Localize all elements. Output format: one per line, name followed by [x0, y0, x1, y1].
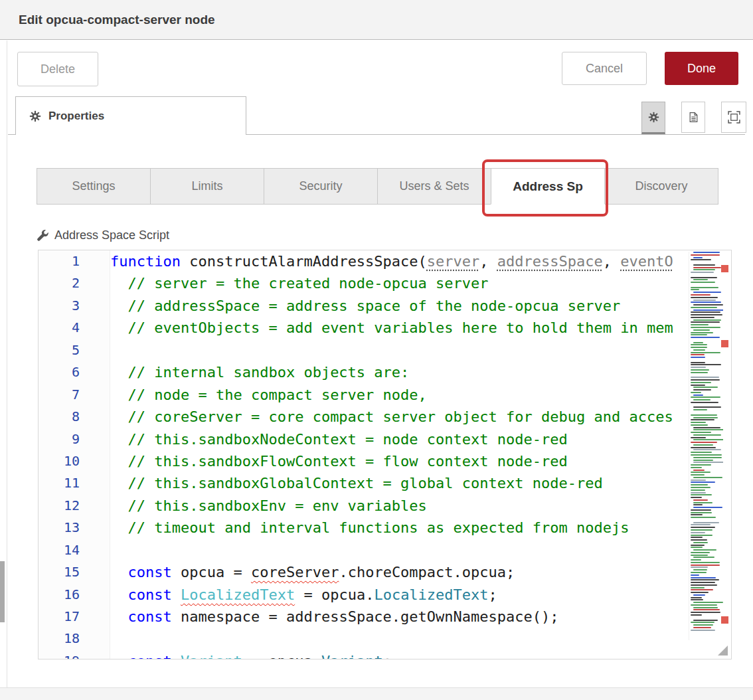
editor-code[interactable]: function constructAlarmAddressSpace(serv…: [110, 250, 689, 659]
line-number: 8: [39, 406, 110, 428]
done-button[interactable]: Done: [665, 52, 738, 85]
cancel-button[interactable]: Cancel: [562, 52, 647, 85]
line-number: 10: [39, 450, 110, 472]
line-number: 7: [39, 384, 110, 406]
minimap-row: [693, 449, 721, 450]
minimap-row: [691, 572, 707, 573]
minimap-row: [691, 424, 708, 426]
code-line[interactable]: [110, 539, 689, 561]
editor-minimap[interactable]: [689, 252, 723, 640]
line-number: 1: [39, 250, 110, 272]
code-line[interactable]: const LocalizedText = opcua.LocalizedTex…: [110, 584, 689, 606]
line-number: 4: [39, 317, 110, 339]
tab-label: Settings: [72, 179, 115, 193]
minimap-row: [691, 334, 707, 335]
editor-resize-grip[interactable]: [718, 646, 728, 656]
minimap-row: [691, 377, 719, 378]
minimap-row: [693, 304, 723, 306]
line-number: 18: [39, 628, 110, 650]
description-button[interactable]: [681, 102, 705, 133]
gear-icon: [29, 110, 41, 122]
minimap-row: [691, 419, 714, 420]
minimap-row: [693, 292, 721, 293]
code-line[interactable]: const opcua = coreServer.choreCompact.op…: [110, 561, 689, 583]
dialog-titlebar: Edit opcua-compact-server node: [0, 0, 753, 40]
code-line[interactable]: // this.sandboxFlowContext = flow contex…: [110, 450, 689, 472]
code-line[interactable]: // coreServer = core compact server obje…: [110, 406, 689, 428]
code-line[interactable]: // this.sandboxNodeContext = node contex…: [110, 428, 689, 450]
tab-bar: SettingsLimitsSecurityUsers & SetsAddres…: [37, 168, 718, 205]
edit-node-dialog: Edit opcua-compact-server node Delete Ca…: [0, 0, 753, 700]
minimap-row: [691, 597, 702, 598]
minimap-row: [693, 594, 705, 596]
code-line[interactable]: // timeout and interval functions as exp…: [110, 517, 689, 539]
code-line[interactable]: // this.sandboxEnv = env variables: [110, 495, 689, 517]
minimap-row: [693, 409, 707, 410]
wrench-icon: [37, 229, 49, 242]
appearance-button[interactable]: [721, 102, 746, 133]
minimap-row: [693, 470, 705, 471]
minimap-row: [693, 269, 715, 270]
minimap-row: [693, 427, 720, 428]
minimap-row: [691, 277, 717, 278]
line-number: 11: [39, 472, 110, 494]
tab-discovery[interactable]: Discovery: [604, 168, 718, 205]
minimap-row: [693, 549, 716, 551]
error-marker: [721, 616, 728, 624]
code-line[interactable]: [110, 339, 689, 361]
properties-tab[interactable]: Properties: [15, 96, 246, 135]
minimap-row: [691, 604, 717, 606]
minimap-row: [691, 364, 721, 365]
code-line[interactable]: // server = the created node-opcua serve…: [110, 272, 689, 294]
line-number: 5: [39, 339, 110, 361]
line-number: 3: [39, 295, 110, 317]
minimap-row: [693, 279, 708, 280]
code-line[interactable]: function constructAlarmAddressSpace(serv…: [110, 250, 689, 272]
edit-properties-button[interactable]: [641, 102, 665, 134]
code-line[interactable]: const namespace = addressSpace.getOwnNam…: [110, 606, 689, 628]
minimap-row: [693, 309, 723, 311]
minimap-row: [691, 579, 719, 580]
line-number: 14: [39, 539, 110, 561]
code-line[interactable]: const Variant = opcua.Variant;: [110, 650, 689, 659]
minimap-row: [693, 342, 703, 343]
minimap-row: [693, 444, 713, 446]
minimap-row: [691, 630, 715, 631]
code-line[interactable]: // internal sandbox objects are:: [110, 361, 689, 383]
code-line[interactable]: // eventObjects = add event variables he…: [110, 317, 689, 339]
tab-users-sets[interactable]: Users & Sets: [377, 168, 491, 205]
tab-address-sp[interactable]: Address Sp: [491, 168, 605, 205]
left-scrollbar-thumb[interactable]: [0, 561, 5, 622]
minimap-row: [693, 542, 708, 543]
minimap-row: [693, 502, 712, 503]
minimap-row: [691, 539, 707, 541]
tab-security[interactable]: Security: [264, 168, 378, 205]
minimap-row: [691, 344, 707, 345]
minimap-row: [691, 352, 720, 353]
minimap-row: [693, 460, 713, 461]
minimap-row: [691, 327, 720, 328]
minimap-row: [693, 267, 721, 268]
code-line[interactable]: [110, 628, 689, 650]
minimap-row: [693, 557, 714, 558]
tab-label: Discovery: [635, 179, 687, 193]
minimap-row: [691, 467, 702, 468]
tab-limits[interactable]: Limits: [150, 168, 264, 205]
code-line[interactable]: // addressSpace = address space of the n…: [110, 295, 689, 317]
minimap-row: [691, 545, 705, 546]
delete-button[interactable]: Delete: [17, 52, 98, 86]
minimap-row: [691, 612, 720, 613]
minimap-row: [691, 577, 716, 578]
minimap-row: [691, 402, 718, 403]
minimap-row: [691, 484, 708, 485]
minimap-row: [691, 512, 712, 513]
tab-settings[interactable]: Settings: [37, 168, 151, 205]
code-line[interactable]: // node = the compact server node,: [110, 384, 689, 406]
minimap-row: [691, 529, 712, 531]
code-line[interactable]: // this.sandboxGlobalContext = global co…: [110, 472, 689, 494]
error-marker: [721, 340, 728, 347]
document-icon: [688, 111, 699, 124]
minimap-row: [693, 477, 722, 478]
minimap-row: [691, 494, 712, 495]
minimap-row: [691, 311, 720, 313]
